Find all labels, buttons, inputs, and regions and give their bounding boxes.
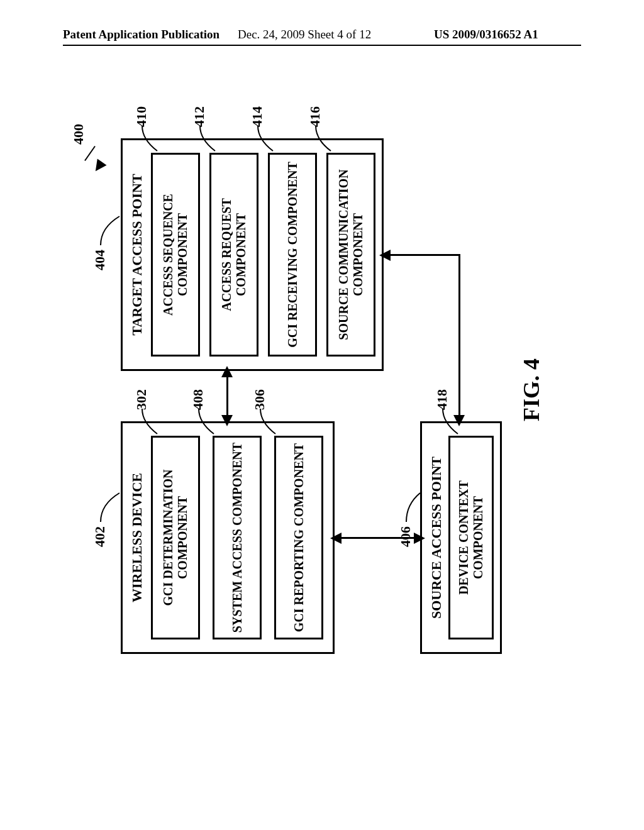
header-pub-number: US 2009/0316652 A1 bbox=[434, 28, 538, 42]
gci-reporting-component: GCI REPORTING COMPONENT bbox=[274, 436, 323, 639]
ref-400: 400 bbox=[70, 124, 87, 145]
header-publication-label: Patent Application Publication bbox=[63, 28, 219, 42]
wireless-device-title: WIRELESS DEVICE bbox=[129, 423, 145, 652]
arrow-wireless-target bbox=[226, 373, 228, 419]
target-access-point-title: TARGET ACCESS POINT bbox=[129, 140, 145, 369]
ref-408-leader-icon bbox=[197, 407, 216, 435]
ref-306-leader-icon bbox=[259, 407, 278, 435]
arrowhead-right-icon bbox=[221, 366, 233, 377]
ref-402-leader-icon bbox=[99, 485, 122, 523]
ref-418-leader-icon bbox=[441, 407, 460, 435]
ref-400-leader bbox=[84, 146, 96, 161]
arrowhead-down-icon bbox=[414, 533, 425, 544]
arrowhead-up-icon bbox=[379, 250, 391, 261]
system-access-component: SYSTEM ACCESS COMPONENT bbox=[213, 436, 262, 639]
ref-302-leader-icon bbox=[141, 407, 160, 435]
ref-404-leader-icon bbox=[99, 209, 122, 246]
ref-400-arrowhead-icon bbox=[91, 158, 106, 174]
ref-404: 404 bbox=[92, 250, 108, 270]
wireless-device-block: WIRELESS DEVICE GCI DETERMINATION COMPON… bbox=[121, 421, 335, 654]
gci-receiving-component: GCI RECEIVING COMPONENT bbox=[268, 153, 317, 357]
ref-412-leader-icon bbox=[199, 124, 218, 152]
device-context-component: DEVICE CONTEXT COMPONENT bbox=[448, 436, 494, 639]
arrowhead-left-icon bbox=[221, 415, 233, 426]
ref-406-leader-icon bbox=[405, 485, 424, 523]
source-access-point-title: SOURCE ACCESS POINT bbox=[428, 423, 445, 652]
arrowhead-up-icon bbox=[330, 533, 341, 544]
header-rule bbox=[63, 45, 581, 46]
source-access-point-block: SOURCE ACCESS POINT DEVICE CONTEXT COMPO… bbox=[420, 421, 502, 654]
arrow-target-source-v bbox=[386, 254, 460, 256]
ref-416-leader-icon bbox=[314, 124, 333, 152]
header-date-sheet: Dec. 24, 2009 Sheet 4 of 12 bbox=[238, 28, 371, 42]
gci-determination-component: GCI DETERMINATION COMPONENT bbox=[151, 436, 200, 639]
source-communication-component: SOURCE COMMUNICATION COMPONENT bbox=[326, 153, 375, 357]
figure-caption: FIG. 4 bbox=[518, 107, 545, 673]
target-access-point-block: TARGET ACCESS POINT ACCESS SEQUENCE COMP… bbox=[121, 138, 384, 371]
patent-page: Patent Application Publication Dec. 24, … bbox=[0, 0, 644, 830]
ref-402: 402 bbox=[92, 526, 108, 547]
ref-414-leader-icon bbox=[257, 124, 275, 152]
figure-4-diagram: 400 WIRELESS DEVICE GCI DETERMINATION CO… bbox=[96, 107, 548, 673]
arrow-target-source-h bbox=[458, 254, 460, 419]
access-request-component: ACCESS REQUEST COMPONENT bbox=[209, 153, 258, 357]
ref-410-leader-icon bbox=[141, 124, 160, 152]
access-sequence-component: ACCESS SEQUENCE COMPONENT bbox=[151, 153, 200, 357]
ref-406: 406 bbox=[397, 526, 414, 547]
